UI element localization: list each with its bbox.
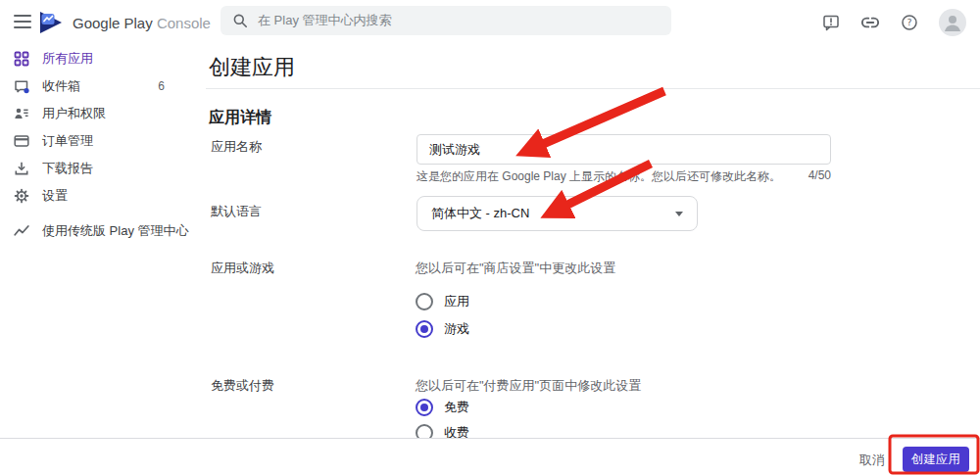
radio-selected-icon[interactable] <box>416 399 433 416</box>
apps-grid-icon <box>14 51 29 67</box>
default-language-label: 默认语言 <box>211 203 262 220</box>
sidebar-item-label: 设置 <box>42 187 68 205</box>
feedback-icon[interactable] <box>821 13 841 32</box>
section-title: 应用详情 <box>209 108 271 128</box>
radio-label: 应用 <box>444 293 469 310</box>
top-header: Google Play Console 在 Play 管理中心内搜索 <box>0 0 980 45</box>
cancel-button[interactable]: 取消 <box>859 452 885 469</box>
page-title: 创建应用 <box>209 53 295 82</box>
free-or-paid-label: 免费或付费 <box>211 377 274 395</box>
sidebar-item-label: 收件箱 <box>42 77 80 95</box>
title-divider <box>206 88 980 89</box>
chart-line-icon <box>14 223 29 239</box>
sidebar-item-order-management[interactable]: 订单管理 <box>0 127 206 155</box>
create-app-button[interactable]: 创建应用 <box>903 447 969 472</box>
radio-unselected-icon[interactable] <box>416 293 433 310</box>
logo-product: Console <box>157 15 211 31</box>
app-name-label: 应用名称 <box>211 138 262 156</box>
avatar[interactable] <box>939 9 966 36</box>
app-name-helper: 这是您的应用在 Google Play 上显示的名称。您以后还可修改此名称。 <box>416 168 781 185</box>
chevron-down-icon <box>675 212 683 216</box>
inbox-icon <box>14 78 29 94</box>
play-console-window: Google Play Console 在 Play 管理中心内搜索 <box>0 0 980 476</box>
sidebar-item-label: 下载报告 <box>42 160 93 177</box>
header-actions: ? <box>821 0 966 45</box>
radio-option-app[interactable]: 应用 <box>416 293 469 310</box>
search-input[interactable]: 在 Play 管理中心内搜索 <box>220 6 671 35</box>
play-console-logo-icon <box>39 9 65 36</box>
radio-option-free[interactable]: 免费 <box>416 399 469 416</box>
app-name-input[interactable] <box>416 134 831 165</box>
help-icon[interactable]: ? <box>900 13 919 32</box>
menu-icon[interactable] <box>14 15 31 28</box>
free-or-paid-helper: 您以后可在"付费应用"页面中修改此设置 <box>416 377 641 395</box>
footer-action-bar: 取消 创建应用 <box>0 438 980 476</box>
sidebar-item-users-permissions[interactable]: 用户和权限 <box>0 100 206 127</box>
link-icon[interactable] <box>860 13 880 32</box>
sidebar: 所有应用 收件箱 6 用户和权限 订单管理 <box>0 45 206 437</box>
logo-text: Google Play Console <box>73 15 211 31</box>
sidebar-item-inbox[interactable]: 收件箱 6 <box>0 72 206 100</box>
app-name-char-counter: 4/50 <box>808 168 831 182</box>
sidebar-item-all-apps[interactable]: 所有应用 <box>0 45 206 72</box>
sidebar-item-label: 订单管理 <box>42 132 93 150</box>
svg-text:?: ? <box>906 17 911 27</box>
download-icon <box>14 161 29 176</box>
search-placeholder: 在 Play 管理中心内搜索 <box>258 12 392 29</box>
default-language-select[interactable]: 简体中文 - zh-CN <box>416 196 698 231</box>
sidebar-item-label: 所有应用 <box>42 50 93 68</box>
app-or-game-label: 应用或游戏 <box>211 260 274 277</box>
search-icon <box>232 13 248 28</box>
radio-option-game[interactable]: 游戏 <box>416 320 469 338</box>
sidebar-item-download-reports[interactable]: 下载报告 <box>0 155 206 182</box>
settings-gear-icon <box>14 188 29 204</box>
radio-label: 免费 <box>444 399 469 416</box>
radio-selected-icon[interactable] <box>416 320 433 338</box>
default-language-value: 简体中文 - zh-CN <box>431 205 529 222</box>
inbox-count-badge: 6 <box>158 79 165 93</box>
sidebar-item-label: 用户和权限 <box>42 105 106 122</box>
google-play-console-logo[interactable]: Google Play Console <box>39 9 211 36</box>
sidebar-item-label: 使用传统版 Play 管理中心 <box>42 222 189 240</box>
users-icon <box>14 106 29 121</box>
radio-label: 游戏 <box>444 320 469 338</box>
orders-card-icon <box>14 133 29 149</box>
app-or-game-helper: 您以后可在"商店设置"中更改此设置 <box>416 260 615 277</box>
logo-brand: Google Play <box>73 15 153 31</box>
sidebar-item-legacy-console[interactable]: 使用传统版 Play 管理中心 <box>0 217 206 245</box>
sidebar-item-settings[interactable]: 设置 <box>0 182 206 210</box>
